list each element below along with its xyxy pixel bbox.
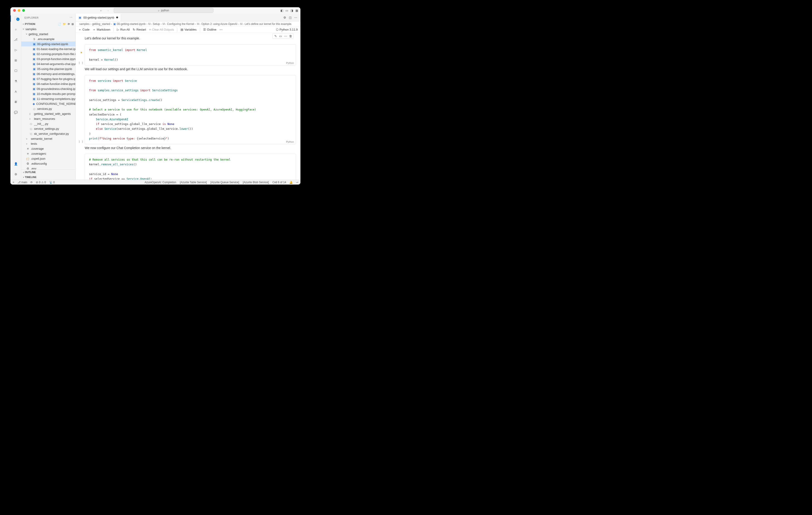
accounts-icon[interactable]: 👤 — [10, 160, 21, 167]
outline-section[interactable]: OUTLINE — [21, 170, 76, 175]
tree-file[interactable]: ▣08-native-function-inline.ipynb — [21, 81, 76, 86]
tree-file[interactable]: ▣01-basic-loading-the-kernel.ipynb — [21, 47, 76, 52]
nav-forward-icon[interactable]: → — [106, 9, 109, 12]
layout-sidebar-left-icon[interactable]: ◧ — [281, 9, 283, 12]
remote-indicator-icon[interactable]: ⌗ — [13, 181, 14, 184]
layout-panel-icon[interactable]: ▭ — [286, 9, 288, 12]
database-icon[interactable]: ֍ — [10, 99, 21, 105]
collapse-all-icon[interactable]: ⊟ — [71, 23, 74, 26]
timeline-section[interactable]: TIMELINE — [21, 175, 76, 180]
tree-folder[interactable]: tests — [21, 141, 76, 146]
variables-button[interactable]: ▤ Variables — [180, 28, 197, 31]
tree-file[interactable]: ◇services.py — [21, 106, 76, 111]
nav-back-icon[interactable]: ← — [100, 9, 103, 12]
add-markdown-button[interactable]: ＋ Markdown — [93, 28, 110, 32]
source-control-icon[interactable]: ⎇ — [10, 36, 21, 42]
code-cell[interactable]: # Remove all services so that this cell … — [85, 154, 296, 180]
mime-icon[interactable]: ▭ — [279, 34, 283, 38]
cell-language[interactable]: Python — [286, 141, 294, 143]
split-editor-icon[interactable]: ◫ — [289, 16, 292, 19]
markdown-cell[interactable]: We will load our settings and get the LL… — [76, 65, 296, 73]
tree-folder[interactable]: samples — [21, 27, 76, 31]
ports-status[interactable]: 📡 0 — [49, 181, 55, 184]
add-code-button[interactable]: ＋ Code — [78, 28, 89, 32]
edit-cell-icon[interactable]: ✎ — [273, 34, 278, 38]
breadcrumb[interactable]: samples›getting_started›▣ 00-getting-sta… — [76, 22, 300, 27]
breadcrumb-segment[interactable]: Setup — [153, 23, 160, 26]
status-item[interactable]: Cell 6 of 14 — [272, 181, 286, 184]
comments-icon[interactable]: 💬 — [10, 109, 21, 116]
tree-file[interactable]: ▣11-streaming-completions.ipynb — [21, 96, 76, 101]
breadcrumb-segment[interactable]: Let's define our kernel for this example… — [245, 23, 292, 26]
maximize-window-icon[interactable] — [22, 9, 25, 12]
cell-language[interactable]: Python — [286, 62, 294, 64]
explorer-icon[interactable]: 📄1 — [10, 16, 21, 22]
restart-button[interactable]: ↻ Restart — [133, 28, 146, 31]
tree-file[interactable]: ▣00-getting-started.ipynb — [21, 41, 76, 47]
settings-gear-icon[interactable]: ⚙ — [10, 171, 21, 177]
git-branch[interactable]: ⎇ main — [18, 181, 27, 184]
refresh-icon[interactable]: ⟳ — [68, 23, 70, 26]
tree-file[interactable]: ▣10-multiple-results-per-prompt.ipynb — [21, 91, 76, 96]
problems-status[interactable]: ⊘ 0 ⚠ 0 — [36, 181, 46, 184]
explorer-more-icon[interactable]: ⋯ — [70, 16, 72, 19]
tree-file[interactable]: ≡.coveragerc — [21, 151, 76, 156]
tree-file[interactable]: ⚙.editorconfig — [21, 161, 76, 166]
tree-folder[interactable]: getting_started_with_agents — [21, 111, 76, 116]
tree-file[interactable]: ▣04-kernel-arguments-chat.ipynb — [21, 61, 76, 66]
new-file-icon[interactable]: 📄 — [58, 23, 61, 26]
breadcrumb-segment[interactable]: 00-getting-started.ipynb — [117, 23, 145, 26]
status-item[interactable]: AzureOpenAI: Completion — [145, 181, 176, 184]
outline-button[interactable]: ☰ Outline — [203, 28, 216, 31]
tree-file[interactable]: ▣05-using-the-planner.ipynb — [21, 66, 76, 71]
tab-more-icon[interactable]: ⋯ — [294, 16, 297, 19]
breadcrumb-segment[interactable]: samples — [79, 23, 89, 26]
editor-tab[interactable]: ▣ 00-getting-started.ipynb — [76, 13, 121, 21]
delete-cell-icon[interactable]: 🗑 — [288, 34, 292, 38]
code-cell[interactable]: from services import Service from sample… — [85, 75, 296, 144]
git-sync-icon[interactable]: ⟳ — [30, 181, 33, 184]
testing-icon[interactable]: ⚗ — [10, 78, 21, 84]
feedback-icon[interactable]: ⤻ — [296, 181, 298, 184]
notebook-body[interactable]: ✎ ▭ ⋯ 🗑 Let's define our kernel for this… — [76, 33, 300, 180]
tree-file[interactable]: ▣07-hugging-face-for-plugins.ipynb — [21, 76, 76, 81]
tree-file[interactable]: ◇sk_service_configurator.py — [21, 131, 76, 136]
project-section-header[interactable]: PYTHON 📄 📁 ⟳ ⊟ — [21, 22, 76, 27]
toolbar-more-icon[interactable]: ⋯ — [220, 28, 223, 31]
tree-file[interactable]: ▣09-groundedness-checking.ipynb — [21, 86, 76, 91]
layout-customize-icon[interactable]: ▦ — [295, 9, 298, 12]
markdown-cell[interactable]: Let's define our kernel for this example… — [76, 35, 296, 42]
tree-file[interactable]: ◆CONFIGURING_THE_KERNEL.md — [21, 101, 76, 106]
breadcrumb-segment[interactable]: Option 2: using Azure OpenAI — [201, 23, 237, 26]
breadcrumb-segment[interactable]: getting_started — [92, 23, 110, 26]
tree-file[interactable]: ◇__init__.py — [21, 121, 76, 126]
notifications-icon[interactable]: 🔔 — [289, 181, 293, 184]
tree-file[interactable]: ⚙.env — [21, 166, 76, 170]
close-window-icon[interactable] — [13, 9, 16, 12]
tree-folder[interactable]: learn_resources — [21, 116, 76, 121]
tree-file[interactable]: $.env.example — [21, 36, 76, 41]
run-debug-icon[interactable]: ▷ — [10, 47, 21, 53]
code-content[interactable]: # Remove all services so that this cell … — [85, 154, 296, 180]
tree-folder[interactable]: semantic_kernel — [21, 136, 76, 141]
kernel-picker[interactable]: ⬡ Python 3.11.9 — [276, 28, 298, 31]
layout-sidebar-right-icon[interactable]: ◨ — [290, 9, 293, 12]
run-all-button[interactable]: ▷ Run All — [117, 28, 129, 31]
status-item[interactable]: [Azurite Table Service] — [180, 181, 207, 184]
status-item[interactable]: [Azurite Queue Service] — [210, 181, 239, 184]
azure-icon[interactable]: A — [10, 88, 21, 95]
tree-file[interactable]: ◇service_settings.py — [21, 126, 76, 131]
new-folder-icon[interactable]: 📁 — [63, 23, 66, 26]
remote-explorer-icon[interactable]: 🖵 — [10, 67, 21, 74]
code-content[interactable]: from semantic_kernel import Kernel kerne… — [85, 44, 296, 65]
search-icon[interactable]: ⌕ — [10, 26, 21, 32]
clear-outputs-button[interactable]: ≡ Clear All Outputs — [149, 28, 174, 31]
tree-file[interactable]: ▣02-running-prompts-from-file.ipynb — [21, 52, 76, 56]
tree-file[interactable]: ▣06-memory-and-embeddings.ipynb — [21, 71, 76, 76]
tree-file[interactable]: ≡.coverage — [21, 146, 76, 151]
tree-file[interactable]: { }.cspell.json — [21, 156, 76, 161]
command-center-search[interactable]: ⌕ python — [114, 8, 213, 13]
code-content[interactable]: from services import Service from sample… — [85, 75, 296, 144]
code-cell[interactable]: from semantic_kernel import Kernel kerne… — [85, 44, 296, 65]
cell-more-icon[interactable]: ⋯ — [284, 34, 288, 38]
